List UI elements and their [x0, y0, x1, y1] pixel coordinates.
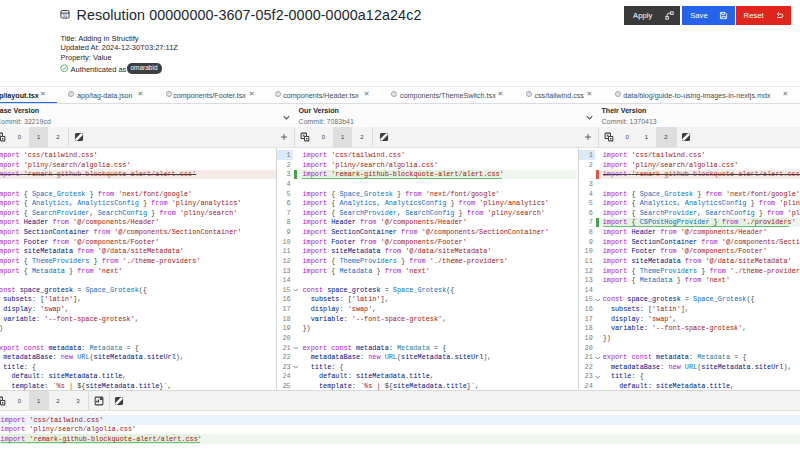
- svg-text:31: 31: [62, 13, 67, 18]
